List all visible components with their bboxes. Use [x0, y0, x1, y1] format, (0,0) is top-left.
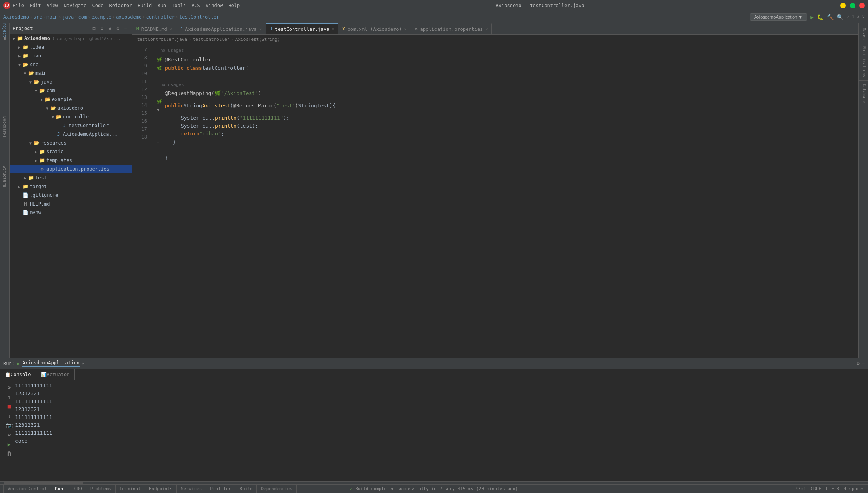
menu-item-file[interactable]: File [13, 3, 24, 8]
panel-settings-icon[interactable]: ⚙ [115, 25, 121, 32]
settings-icon[interactable]: ⚙ [857, 361, 860, 366]
status-tab-endpoints[interactable]: Endpoints [145, 485, 177, 493]
sidebar-project-icon[interactable]: Project [0, 25, 9, 33]
breadcrumb-item-example[interactable]: example [91, 14, 111, 20]
tab-readme.md[interactable]: MREADME.md× [132, 23, 176, 34]
tree-item-static[interactable]: ▶📁static [10, 147, 132, 156]
menu-item-view[interactable]: View [47, 3, 58, 8]
status-tab-problems[interactable]: Problems [86, 485, 116, 493]
search-btn[interactable]: 🔍 [837, 14, 843, 20]
breadcrumb-item-com[interactable]: com [78, 14, 87, 20]
breadcrumb-item-axiosdemo[interactable]: Axiosdemo [3, 14, 29, 20]
screenshot-icon[interactable]: 📷 [6, 421, 13, 429]
tab-more-btn[interactable]: ⋮ [847, 29, 858, 34]
tree-item-mvnw[interactable]: 📄mvnw [10, 208, 132, 217]
tab-pom.xml-(axiosdemo)[interactable]: Xpom.xml (Axiosdemo)× [338, 23, 411, 34]
menu-item-code[interactable]: Code [92, 3, 104, 8]
window-controls[interactable] [840, 3, 865, 8]
panel-scope-icon[interactable]: ⊞ [91, 25, 97, 32]
tree-item-main[interactable]: ▼📂main [10, 69, 132, 78]
tab-axiosdemoapplication.java[interactable]: JAxiosdemoApplication.java× [176, 23, 266, 34]
wrap-icon[interactable]: ↩ [8, 431, 11, 439]
tree-item-help.md[interactable]: MHELP.md [10, 200, 132, 208]
notifications-tab[interactable]: Notifications [859, 43, 868, 81]
menu-item-help[interactable]: Help [228, 3, 240, 8]
maven-tab[interactable]: Maven [859, 25, 868, 43]
menu-item-tools[interactable]: Tools [172, 3, 186, 8]
code-editor[interactable]: no usages 🌿 @RestController 🌿 public cla… [152, 44, 858, 358]
status-tab-profiler[interactable]: Profiler [206, 485, 235, 493]
close-btn[interactable] [859, 3, 865, 8]
run-btn[interactable]: ▶ [810, 14, 813, 20]
menu-bar[interactable]: FileEditViewNavigateCodeRefactorBuildRun… [13, 3, 240, 8]
menu-item-build[interactable]: Build [138, 3, 152, 8]
console-scrollbar[interactable] [0, 481, 868, 484]
tab-application.properties[interactable]: ⚙application.properties× [411, 23, 492, 34]
status-tab-services[interactable]: Services [177, 485, 206, 493]
menu-item-window[interactable]: Window [206, 3, 223, 8]
breadcrumb-item-src[interactable]: src [33, 14, 42, 20]
debug-btn[interactable]: 🐛 [817, 14, 824, 20]
panel-expand-icon[interactable]: ⇉ [107, 25, 113, 32]
menu-item-vcs[interactable]: VCS [191, 3, 200, 8]
breadcrumb-item-testcontroller[interactable]: testController [179, 14, 219, 20]
tab-close-btn[interactable]: × [170, 27, 172, 31]
tab-close-btn[interactable]: × [485, 27, 488, 31]
sidebar-structure-icon[interactable]: Structure [0, 172, 9, 181]
console-settings-icon[interactable]: ⚙ [8, 383, 11, 391]
panel-close-icon[interactable]: − [122, 25, 129, 32]
tree-item-target[interactable]: ▶📁target [10, 182, 132, 191]
maximize-btn[interactable] [850, 3, 855, 8]
tree-item-java[interactable]: ▼📂java [10, 78, 132, 86]
run-config-btn[interactable]: AxiosdemoApplication ▼ [750, 13, 807, 21]
run-close-btn[interactable]: ✕ [82, 361, 84, 365]
tree-item-controller[interactable]: ▼📂controller [10, 112, 132, 121]
menu-item-navigate[interactable]: Navigate [64, 3, 87, 8]
menu-item-run[interactable]: Run [157, 3, 166, 8]
panel-minimize-icon[interactable]: − [862, 361, 865, 366]
breadcrumb-item-controller[interactable]: controller [146, 14, 174, 20]
panel-collapse-icon[interactable]: ≡ [99, 25, 105, 32]
sidebar-nav-icon[interactable]: ≡ [0, 34, 9, 43]
menu-item-edit[interactable]: Edit [30, 3, 41, 8]
breadcrumb-item-java[interactable]: java [62, 14, 74, 20]
status-tab-version-control[interactable]: Version Control [3, 485, 51, 493]
scroll-up-icon[interactable]: ↑ [8, 393, 11, 401]
sidebar-bookmarks-icon[interactable]: Bookmarks [0, 123, 9, 131]
tree-item-.gitignore[interactable]: 📄.gitignore [10, 191, 132, 200]
breadcrumb-item-main[interactable]: main [46, 14, 58, 20]
status-tab-dependencies[interactable]: Dependencies [257, 485, 296, 493]
tree-item-axiosdemoapplica...[interactable]: JAxiosdemoApplica... [10, 130, 132, 139]
status-tab-todo[interactable]: TODO [67, 485, 86, 493]
tab-close-btn[interactable]: × [259, 27, 262, 31]
menu-item-refactor[interactable]: Refactor [109, 3, 132, 8]
tree-item-com[interactable]: ▼📂com [10, 86, 132, 95]
minimize-btn[interactable] [840, 3, 846, 8]
scroll-down-icon[interactable]: ↓ [8, 412, 11, 420]
console-action-icons[interactable]: ⚙ ↑ ■ ↓ 📷 ↩ ▶ 🗑 [3, 382, 15, 480]
tab-close-btn[interactable]: × [404, 27, 407, 31]
status-tab-run[interactable]: Run [51, 485, 67, 493]
tab-close-btn[interactable]: × [332, 27, 334, 31]
tree-item-templates[interactable]: ▶📁templates [10, 156, 132, 165]
tree-item-.mvn[interactable]: ▶📁.mvn [10, 51, 132, 60]
run-app-tab[interactable]: AxiosdemoApplication [22, 360, 80, 367]
panel-header-icons[interactable]: ⊞ ≡ ⇉ ⚙ − [91, 25, 129, 32]
status-tab-build[interactable]: Build [235, 485, 257, 493]
tree-item-resources[interactable]: ▼📂resources [10, 139, 132, 147]
tree-item-application.properties[interactable]: ⚙application.properties [10, 165, 132, 173]
tree-item-src[interactable]: ▼📂src [10, 60, 132, 69]
console-tab[interactable]: 📋 Console [0, 369, 36, 380]
tab-testcontroller.java[interactable]: JtestController.java× [266, 23, 338, 34]
tree-item-example[interactable]: ▼📂example [10, 95, 132, 104]
tree-item-testcontroller[interactable]: JtestController [10, 121, 132, 130]
stop-icon[interactable]: ■ [8, 402, 11, 410]
tree-root[interactable]: ▼ 📁 Axiosdemo D:\project\springboot\Axio… [10, 34, 132, 43]
tree-item-axiosdemo[interactable]: ▼📂axiosdemo [10, 104, 132, 112]
actuator-tab[interactable]: 📊 Actuator [36, 369, 75, 380]
database-tab[interactable]: Database [859, 81, 868, 107]
status-tab-terminal[interactable]: Terminal [116, 485, 145, 493]
build-btn[interactable]: 🔨 [827, 14, 834, 20]
breadcrumb-item-axiosdemo[interactable]: axiosdemo [116, 14, 141, 20]
clear-icon[interactable]: 🗑 [6, 450, 12, 458]
